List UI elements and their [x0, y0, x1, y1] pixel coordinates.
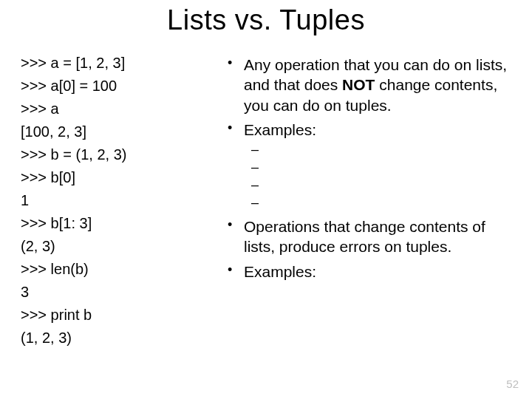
code-line: [100, 2, 3]: [21, 120, 168, 143]
code-line: >>> b = (1, 2, 3): [21, 143, 168, 166]
code-line: >>> print b: [21, 304, 168, 327]
bullets-column: Any operation that you can do on lists, …: [222, 55, 510, 286]
bullet-item: Examples:: [222, 120, 510, 212]
sub-bullet-item: [244, 194, 510, 212]
slide: Lists vs. Tuples >>> a = [1, 2, 3] >>> a…: [0, 0, 532, 399]
sub-bullet-item: [244, 159, 510, 177]
bullet-text: Operations that change contents of lists…: [244, 218, 485, 255]
bullet-item: Operations that change contents of lists…: [222, 216, 510, 257]
code-line: >>> b[1: 3]: [21, 212, 168, 235]
bullet-text: Examples:: [244, 121, 316, 138]
code-line: 3: [21, 281, 168, 304]
code-line: >>> len(b): [21, 258, 168, 281]
code-line: >>> a[0] = 100: [21, 75, 168, 98]
code-line: 1: [21, 189, 168, 212]
code-line: (2, 3): [21, 235, 168, 258]
sub-bullet-list: [244, 141, 510, 212]
bullet-item: Examples:: [222, 262, 510, 282]
page-number: 52: [506, 378, 519, 390]
code-line: >>> a = [1, 2, 3]: [21, 52, 168, 75]
code-line: >>> a: [21, 98, 168, 120]
bullet-list: Any operation that you can do on lists, …: [222, 55, 510, 282]
bullet-item: Any operation that you can do on lists, …: [222, 55, 510, 115]
bullet-bold: NOT: [342, 76, 375, 93]
slide-title: Lists vs. Tuples: [0, 4, 532, 36]
bullet-text: Examples:: [244, 263, 316, 280]
code-line: (1, 2, 3): [21, 327, 168, 349]
sub-bullet-item: [244, 141, 510, 159]
sub-bullet-item: [244, 177, 510, 194]
code-column: >>> a = [1, 2, 3] >>> a[0] = 100 >>> a […: [21, 52, 168, 349]
code-line: >>> b[0]: [21, 166, 168, 189]
